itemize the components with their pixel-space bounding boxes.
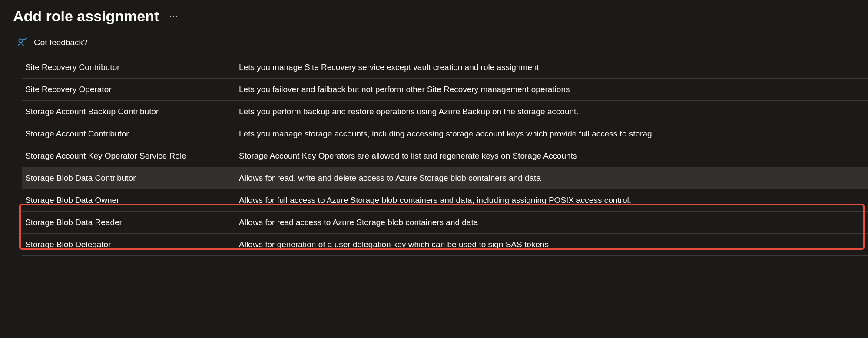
role-row[interactable]: Storage Blob Data ContributorAllows for …: [22, 167, 868, 189]
role-name: Site Recovery Contributor: [22, 63, 239, 72]
role-row[interactable]: Storage Blob DelegatorAllows for generat…: [22, 234, 868, 256]
role-row[interactable]: Storage Account ContributorLets you mana…: [22, 123, 868, 145]
role-name: Storage Blob Data Owner: [22, 196, 239, 205]
feedback-bar[interactable]: Got feedback?: [0, 29, 868, 56]
role-name: Site Recovery Operator: [22, 85, 239, 94]
role-description: Lets you failover and failback but not p…: [239, 85, 868, 94]
page-title: Add role assignment: [13, 8, 159, 25]
role-description: Allows for generation of a user delegati…: [239, 240, 868, 249]
feedback-link[interactable]: Got feedback?: [34, 38, 88, 47]
role-description: Lets you perform backup and restore oper…: [239, 107, 868, 116]
role-name: Storage Blob Data Contributor: [22, 173, 239, 183]
role-name: Storage Blob Delegator: [22, 240, 239, 249]
content-wrapper: Got feedback? Site Recovery ContributorL…: [0, 29, 868, 256]
roles-table: Site Recovery ContributorLets you manage…: [0, 56, 868, 256]
role-description: Allows for full access to Azure Storage …: [239, 196, 868, 205]
role-row[interactable]: Storage Blob Data ReaderAllows for read …: [22, 212, 868, 234]
more-actions-icon[interactable]: ···: [169, 12, 179, 21]
svg-point-0: [19, 39, 23, 43]
role-name: Storage Account Contributor: [22, 129, 239, 139]
role-row[interactable]: Site Recovery OperatorLets you failover …: [22, 79, 868, 101]
role-name: Storage Blob Data Reader: [22, 218, 239, 227]
role-description: Lets you manage storage accounts, includ…: [239, 129, 868, 139]
role-description: Lets you manage Site Recovery service ex…: [239, 63, 868, 72]
role-description: Allows for read access to Azure Storage …: [239, 218, 868, 227]
role-row[interactable]: Storage Account Backup ContributorLets y…: [22, 101, 868, 123]
role-row[interactable]: Site Recovery ContributorLets you manage…: [22, 56, 868, 79]
role-description: Allows for read, write and delete access…: [239, 173, 868, 183]
role-name: Storage Account Backup Contributor: [22, 107, 239, 116]
role-description: Storage Account Key Operators are allowe…: [239, 151, 868, 161]
role-name: Storage Account Key Operator Service Rol…: [22, 151, 239, 161]
page-header: Add role assignment ···: [0, 0, 868, 29]
feedback-icon: [17, 37, 28, 48]
role-row[interactable]: Storage Account Key Operator Service Rol…: [22, 145, 868, 167]
role-row[interactable]: Storage Blob Data OwnerAllows for full a…: [22, 189, 868, 212]
